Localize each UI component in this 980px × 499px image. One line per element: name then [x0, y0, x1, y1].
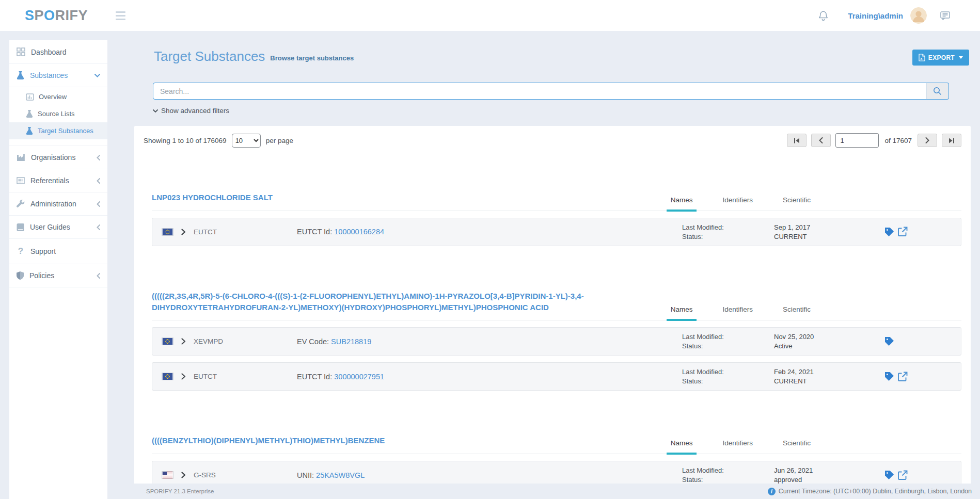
app-version: SPORIFY 21.3 Enterprise — [146, 488, 214, 494]
shield-icon — [17, 271, 24, 280]
avatar[interactable] — [910, 7, 927, 24]
sporify-logo[interactable]: SPORIFY — [25, 8, 88, 24]
sidebar-item-overview[interactable]: Overview — [9, 88, 107, 105]
sidebar-item-source-lists[interactable]: Source Lists — [9, 105, 107, 122]
status-label: Status: — [682, 476, 774, 484]
record-source: EUTCT — [194, 228, 217, 236]
logo-letter: P — [35, 8, 44, 24]
record-id-label: EUTCT Id: — [297, 228, 332, 236]
sidebar-item-dashboard[interactable]: Dashboard — [9, 40, 107, 64]
tag-icon[interactable] — [884, 470, 894, 480]
tag-icon[interactable] — [884, 336, 894, 346]
record-id-link[interactable]: 300000027951 — [334, 373, 384, 381]
tab-identifiers[interactable]: Identifiers — [718, 436, 757, 454]
sidebar-item-label: Support — [30, 247, 56, 255]
per-page-select[interactable]: 10 — [232, 134, 261, 148]
tab-names[interactable]: Names — [667, 436, 697, 454]
sidebar-item-referentials[interactable]: Referentials — [9, 169, 107, 192]
sidebar-item-user-guides[interactable]: User Guides — [9, 216, 107, 239]
search-icon — [933, 87, 942, 95]
record-tabs: Names Identifiers Scientific — [667, 436, 815, 454]
expand-chevron-icon[interactable] — [181, 338, 186, 345]
last-modified-value: Feb 24, 2021 — [774, 368, 884, 376]
chart-icon — [26, 93, 34, 101]
record-id-link[interactable]: SUB218819 — [331, 337, 371, 346]
external-link-icon[interactable] — [897, 372, 908, 382]
expand-chevron-icon[interactable] — [181, 472, 186, 478]
sidebar-item-support[interactable]: ? Support — [9, 239, 107, 264]
eu-flag-icon — [162, 228, 173, 236]
tag-icon[interactable] — [884, 372, 894, 381]
last-modified-label: Last Modified: — [682, 333, 774, 341]
record-tabs: Names Identifiers Scientific — [667, 193, 815, 211]
advanced-filters-label: Show advanced filters — [161, 107, 229, 115]
chevron-down-icon — [153, 109, 158, 112]
record-id-label: EUTCT Id: — [297, 373, 332, 381]
substance-group: (((((2R,3S,4R,5R)-5-(6-CHLORO-4-(((S)-1-… — [152, 287, 961, 391]
tag-icon[interactable] — [884, 227, 894, 237]
tab-scientific[interactable]: Scientific — [779, 193, 815, 211]
grid-icon — [17, 47, 25, 56]
tab-identifiers[interactable]: Identifiers — [718, 302, 757, 320]
sidebar-item-organisations[interactable]: Organisations — [9, 146, 107, 169]
sidebar-item-policies[interactable]: Policies — [9, 264, 107, 287]
tab-names[interactable]: Names — [667, 193, 697, 211]
record-tabs: Names Identifiers Scientific — [667, 302, 815, 320]
notifications-bell-icon[interactable] — [818, 10, 828, 21]
sidebar-item-label: Administration — [30, 200, 76, 208]
search-input[interactable] — [153, 83, 926, 100]
sidebar-item-target-substances[interactable]: Target Substances — [9, 122, 107, 139]
record-id-label: EV Code: — [297, 337, 329, 346]
substance-record: XEVMPD EV Code: SUB218819 Last Modified:… — [152, 327, 961, 356]
sidebar-item-label: Target Substances — [38, 127, 93, 135]
previous-page-button[interactable] — [811, 134, 831, 147]
show-advanced-filters-toggle[interactable]: Show advanced filters — [153, 107, 229, 115]
sidebar: Dashboard Substances Overview Source Lis… — [9, 40, 107, 499]
last-modified-value: Jun 26, 2021 — [774, 466, 884, 474]
sidebar-item-label: Overview — [39, 93, 67, 101]
record-id-link[interactable]: 25KA5W8VGL — [316, 471, 365, 479]
page-title: Target Substances — [154, 49, 265, 64]
sidebar-item-substances[interactable]: Substances — [9, 64, 107, 87]
logo-letter: S — [25, 8, 35, 24]
last-page-button[interactable] — [942, 134, 961, 147]
menu-toggle-icon[interactable] — [114, 9, 128, 22]
page-number-input[interactable] — [835, 133, 879, 148]
first-page-button[interactable] — [787, 134, 807, 147]
export-button[interactable]: x EXPORT — [912, 50, 969, 66]
tab-identifiers[interactable]: Identifiers — [718, 193, 757, 211]
expand-chevron-icon[interactable] — [181, 229, 186, 235]
chevron-left-icon — [97, 178, 100, 184]
sidebar-item-administration[interactable]: Administration — [9, 192, 107, 216]
showing-count: Showing 1 to 10 of 176069 — [144, 137, 227, 144]
substance-name[interactable]: ((((BENZYLTHIO)(DIPHENYL)METHYL)THIO)MET… — [152, 432, 385, 454]
search-button[interactable] — [926, 83, 949, 100]
tab-scientific[interactable]: Scientific — [779, 302, 815, 320]
external-link-icon[interactable] — [897, 470, 908, 480]
record-id-link[interactable]: 100000166284 — [334, 228, 384, 236]
sidebar-item-label: Substances — [30, 71, 68, 79]
flask-icon — [17, 71, 24, 79]
last-modified-value: Nov 25, 2020 — [774, 333, 884, 341]
eu-flag-icon — [162, 373, 173, 380]
chevron-left-icon — [97, 201, 100, 207]
feedback-chat-icon[interactable] — [940, 11, 950, 20]
substance-name[interactable]: LNP023 HYDROCHLORIDE SALT — [152, 189, 273, 211]
eu-flag-icon — [162, 337, 173, 345]
chevron-left-icon — [97, 273, 100, 279]
sidebar-item-label: Dashboard — [31, 48, 67, 56]
next-page-button[interactable] — [918, 134, 937, 147]
list-icon — [17, 177, 25, 184]
factory-icon — [17, 154, 25, 161]
expand-chevron-icon[interactable] — [181, 373, 186, 380]
page-subtitle: Browse target substances — [270, 49, 354, 62]
flask-icon — [26, 127, 33, 135]
tab-scientific[interactable]: Scientific — [779, 436, 815, 454]
tab-names[interactable]: Names — [667, 302, 697, 320]
last-modified-label: Last Modified: — [682, 466, 774, 474]
current-user[interactable]: Training\admin — [848, 11, 903, 20]
external-link-icon[interactable] — [897, 227, 908, 237]
sidebar-item-label: User Guides — [30, 223, 70, 231]
record-id-label: UNII: — [297, 471, 314, 479]
substance-name[interactable]: (((((2R,3S,4R,5R)-5-(6-CHLORO-4-(((S)-1-… — [152, 287, 647, 320]
